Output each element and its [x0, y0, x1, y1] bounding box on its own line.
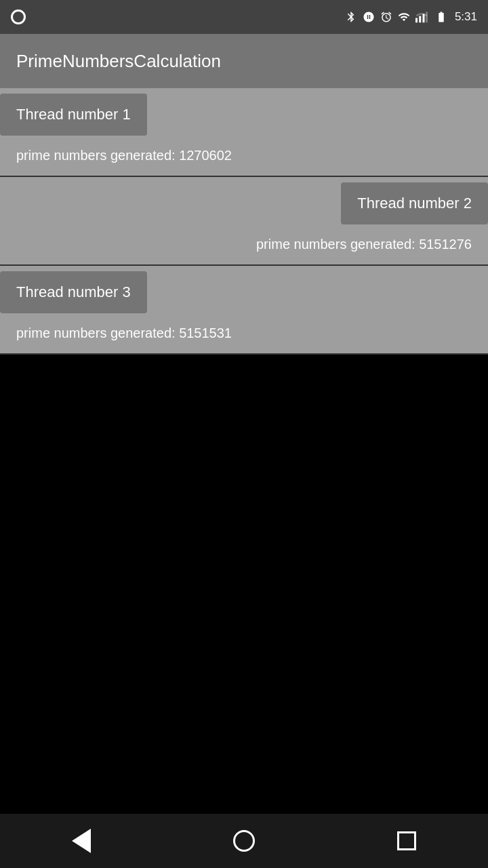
- alarm-icon: [380, 11, 392, 23]
- wifi-icon: [398, 11, 410, 23]
- svg-rect-0: [415, 18, 418, 23]
- status-time: 5:31: [455, 10, 477, 24]
- svg-rect-3: [426, 12, 428, 23]
- thread-2-value: prime numbers generated: 5151276: [0, 227, 488, 264]
- recents-icon: [397, 831, 416, 850]
- status-bar: 5:31: [0, 0, 488, 34]
- thread-1-label: Thread number 1: [0, 94, 147, 136]
- signal-bars-icon: [415, 11, 428, 23]
- status-left: [11, 9, 26, 24]
- back-button[interactable]: [61, 821, 102, 861]
- signal-icon: [11, 9, 26, 24]
- thread-1-header-container: Thread number 1: [0, 88, 488, 138]
- thread-1-value: prime numbers generated: 1270602: [0, 138, 488, 176]
- app-bar: PrimeNumbersCalculation: [0, 34, 488, 88]
- svg-rect-2: [422, 14, 424, 23]
- back-icon: [72, 829, 91, 853]
- svg-rect-1: [419, 16, 421, 23]
- battery-icon: [433, 11, 449, 23]
- thread-3-header-container: Thread number 3: [0, 266, 488, 316]
- thread-block-1: Thread number 1 prime numbers generated:…: [0, 88, 488, 177]
- thread-block-3: Thread number 3 prime numbers generated:…: [0, 266, 488, 355]
- content-area: Thread number 1 prime numbers generated:…: [0, 88, 488, 355]
- home-button[interactable]: [224, 821, 264, 861]
- recents-button[interactable]: [386, 821, 427, 861]
- no-sign-icon: [363, 11, 375, 23]
- home-icon: [233, 830, 255, 852]
- thread-2-header-container: Thread number 2: [0, 177, 488, 227]
- app-title: PrimeNumbersCalculation: [16, 51, 221, 72]
- status-right: 5:31: [345, 10, 477, 24]
- nav-bar: [0, 814, 488, 868]
- thread-block-2: Thread number 2 prime numbers generated:…: [0, 177, 488, 266]
- thread-3-value: prime numbers generated: 5151531: [0, 316, 488, 353]
- thread-2-label: Thread number 2: [341, 182, 488, 224]
- thread-3-label: Thread number 3: [0, 271, 147, 313]
- bluetooth-icon: [345, 11, 357, 23]
